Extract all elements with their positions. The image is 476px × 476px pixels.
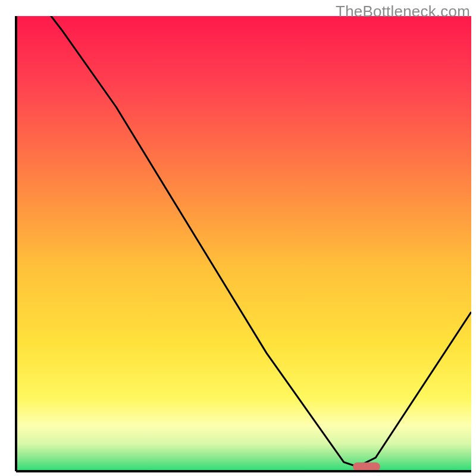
- watermark-text: TheBottleneck.com: [336, 2, 470, 21]
- gradient-background: [16, 16, 471, 471]
- bottleneck-plot: [0, 0, 476, 476]
- optimal-marker: [353, 462, 380, 471]
- chart-frame: TheBottleneck.com: [0, 0, 476, 476]
